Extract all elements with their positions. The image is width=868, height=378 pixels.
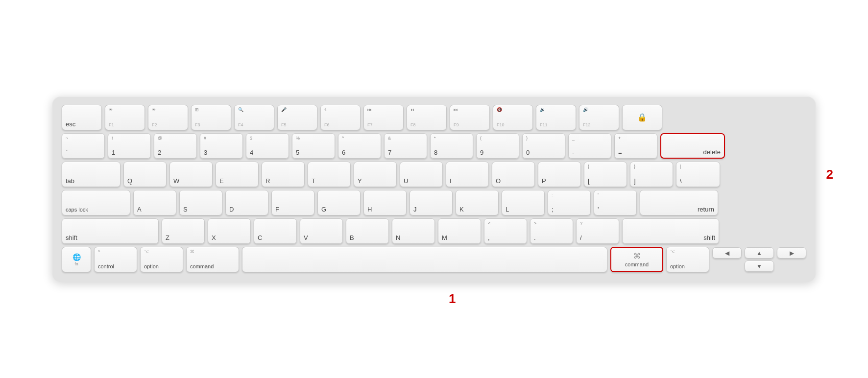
key-option-right[interactable]: ⌥ option <box>666 247 709 272</box>
key-esc[interactable]: esc <box>62 105 102 130</box>
key-quote[interactable]: " ' <box>594 190 637 215</box>
key-x[interactable]: X <box>208 218 251 244</box>
key-semicolon[interactable]: : ; <box>548 190 591 215</box>
key-e[interactable]: E <box>216 162 259 187</box>
fn-row: esc ☀ F1 ☀ F2 ⊞ F3 🔍 F4 🎤 F5 <box>62 105 806 130</box>
key-t[interactable]: T <box>308 162 351 187</box>
key-m[interactable]: M <box>438 218 481 244</box>
key-f[interactable]: F <box>271 190 314 215</box>
key-arrow-up[interactable]: ▲ <box>745 247 774 259</box>
key-control[interactable]: ^ control <box>94 247 137 272</box>
key-g[interactable]: G <box>317 190 361 215</box>
key-b[interactable]: B <box>346 218 389 244</box>
key-arrow-left[interactable]: ◀ <box>712 247 742 259</box>
key-f4[interactable]: 🔍 F4 <box>234 105 274 130</box>
key-4[interactable]: $ 4 <box>246 133 289 159</box>
key-return[interactable]: return <box>640 190 718 215</box>
key-d[interactable]: D <box>225 190 268 215</box>
key-h[interactable]: H <box>363 190 407 215</box>
key-space[interactable] <box>242 247 607 272</box>
key-shift-left[interactable]: shift <box>62 218 159 244</box>
key-5[interactable]: % 5 <box>292 133 335 159</box>
arrow-up-down-container: ▲ ▼ <box>745 247 774 272</box>
key-1[interactable]: ! 1 <box>108 133 151 159</box>
key-command-left[interactable]: ⌘ command <box>186 247 239 272</box>
key-period[interactable]: > . <box>530 218 573 244</box>
key-backslash[interactable]: | \ <box>676 162 720 187</box>
key-option-left[interactable]: ⌥ option <box>140 247 183 272</box>
key-w[interactable]: W <box>169 162 213 187</box>
key-rbracket[interactable]: } ] <box>630 162 673 187</box>
annotation-2: 2 <box>826 167 833 182</box>
asdf-row: caps lock A S D F G H J <box>62 190 806 215</box>
key-z[interactable]: Z <box>162 218 205 244</box>
key-capslock[interactable]: caps lock <box>62 190 130 215</box>
key-q[interactable]: Q <box>123 162 167 187</box>
key-command-right[interactable]: ⌘ command <box>610 247 663 272</box>
key-f7[interactable]: ⏮ F7 <box>363 105 404 130</box>
key-j[interactable]: J <box>410 190 453 215</box>
key-equals[interactable]: + = <box>614 133 657 159</box>
keyboard-wrapper: esc ☀ F1 ☀ F2 ⊞ F3 🔍 F4 🎤 F5 <box>52 96 816 282</box>
arrow-top-row: ◀ ▲ ▼ ▶ <box>712 247 806 272</box>
key-shift-right[interactable]: shift <box>622 218 719 244</box>
key-tab[interactable]: tab <box>62 162 121 187</box>
key-backtick[interactable]: ~ ` <box>62 133 105 159</box>
key-f6[interactable]: ☾ F6 <box>320 105 361 130</box>
bottom-row: 🌐 fn ^ control ⌥ option ⌘ command <box>62 247 806 272</box>
key-lbracket[interactable]: { [ <box>584 162 627 187</box>
key-6[interactable]: ^ 6 <box>338 133 381 159</box>
key-k[interactable]: K <box>456 190 499 215</box>
key-f1[interactable]: ☀ F1 <box>105 105 145 130</box>
key-f11[interactable]: 🔉 F11 <box>536 105 576 130</box>
key-o[interactable]: O <box>492 162 535 187</box>
key-y[interactable]: Y <box>354 162 397 187</box>
key-n[interactable]: N <box>392 218 435 244</box>
key-delete[interactable]: delete <box>660 133 725 159</box>
key-f10[interactable]: 🔇 F10 <box>493 105 533 130</box>
key-u[interactable]: U <box>400 162 443 187</box>
key-9[interactable]: ( 9 <box>476 133 519 159</box>
key-2[interactable]: @ 2 <box>154 133 197 159</box>
key-f5[interactable]: 🎤 F5 <box>277 105 317 130</box>
keyboard: esc ☀ F1 ☀ F2 ⊞ F3 🔍 F4 🎤 F5 <box>52 96 816 282</box>
key-lock[interactable]: 🔒 <box>622 105 662 130</box>
zxcv-row: shift Z X C V B N M < <box>62 218 806 244</box>
key-s[interactable]: S <box>179 190 222 215</box>
key-a[interactable]: A <box>133 190 176 215</box>
key-comma[interactable]: < , <box>484 218 527 244</box>
key-fn[interactable]: 🌐 fn <box>62 247 91 272</box>
key-l[interactable]: L <box>502 190 545 215</box>
key-f9[interactable]: ⏭ F9 <box>450 105 490 130</box>
key-f12[interactable]: 🔊 F12 <box>579 105 619 130</box>
arrow-cluster: ◀ ▲ ▼ ▶ <box>712 247 806 272</box>
key-0[interactable]: ) 0 <box>522 133 565 159</box>
key-7[interactable]: & 7 <box>384 133 427 159</box>
key-slash[interactable]: ? / <box>576 218 619 244</box>
key-8[interactable]: * 8 <box>430 133 473 159</box>
annotation-1: 1 <box>449 291 456 307</box>
key-r[interactable]: R <box>262 162 305 187</box>
key-c[interactable]: C <box>254 218 297 244</box>
num-row: ~ ` ! 1 @ 2 # 3 $ 4 % 5 <box>62 133 806 159</box>
qwerty-row: tab Q W E R T Y U I <box>62 162 806 187</box>
key-p[interactable]: P <box>538 162 581 187</box>
key-f2[interactable]: ☀ F2 <box>148 105 188 130</box>
key-f3[interactable]: ⊞ F3 <box>191 105 231 130</box>
key-arrow-right[interactable]: ▶ <box>777 247 806 259</box>
key-v[interactable]: V <box>300 218 343 244</box>
key-i[interactable]: I <box>446 162 489 187</box>
key-arrow-down[interactable]: ▼ <box>745 260 774 272</box>
key-3[interactable]: # 3 <box>200 133 243 159</box>
key-minus[interactable]: _ - <box>568 133 611 159</box>
key-f8[interactable]: ⏯ F8 <box>407 105 447 130</box>
